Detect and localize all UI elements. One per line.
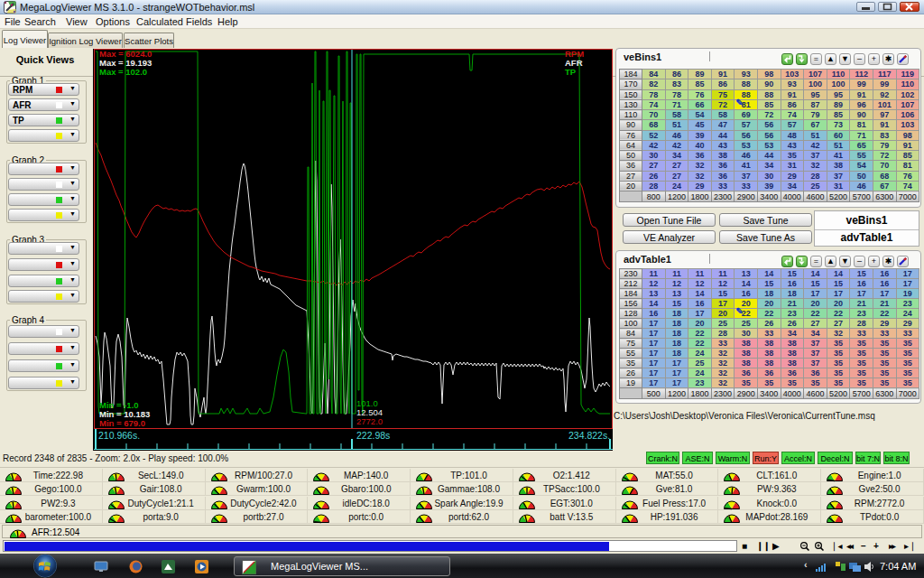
svg-text:Max = 102.0: Max = 102.0 — [99, 67, 147, 77]
svg-text:TP: TP — [565, 67, 577, 77]
svg-text:Min = 679.0: Min = 679.0 — [99, 418, 145, 428]
svg-text:2772.0: 2772.0 — [356, 416, 383, 426]
svg-text:234.822s.: 234.822s. — [568, 430, 610, 441]
svg-text:210.966s.: 210.966s. — [98, 430, 140, 441]
svg-text:222.98s: 222.98s — [356, 430, 390, 441]
